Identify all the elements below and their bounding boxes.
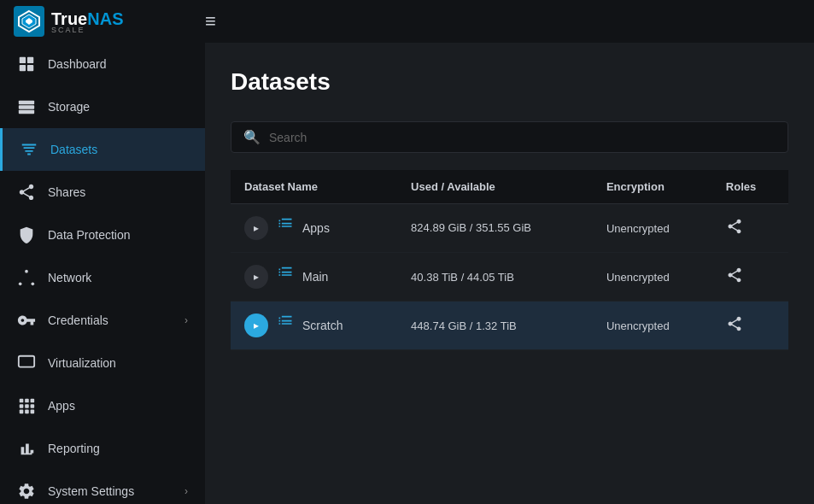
search-bar: 🔍 <box>231 121 788 153</box>
sidebar-item-dashboard[interactable]: Dashboard <box>0 43 205 85</box>
sidebar-item-storage[interactable]: Storage <box>0 85 205 128</box>
dataset-name-text-apps: Apps <box>302 221 330 235</box>
system-settings-icon <box>17 482 36 501</box>
topbar: TrueNAS SCALE ≡ <box>0 0 814 43</box>
virtualization-icon <box>17 354 36 372</box>
svg-rect-14 <box>19 356 34 367</box>
svg-rect-22 <box>25 410 29 414</box>
svg-point-12 <box>19 283 22 286</box>
expand-button-main[interactable]: ▸ <box>244 265 268 289</box>
dataset-encryption-main: Unencrypted <box>593 253 712 302</box>
dataset-name-cell-scratch: ▸ Scratch <box>231 302 397 350</box>
sidebar-item-network[interactable]: Network <box>0 256 205 299</box>
storage-icon <box>17 97 36 116</box>
dataset-encryption-scratch: Unencrypted <box>593 302 712 350</box>
data-protection-icon <box>17 226 36 244</box>
page-title: Datasets <box>231 68 788 96</box>
logo: TrueNAS SCALE <box>14 6 184 37</box>
svg-rect-20 <box>31 404 35 408</box>
system-settings-chevron-icon: › <box>184 485 188 497</box>
datasets-icon <box>20 140 38 159</box>
sidebar-item-label-shares: Shares <box>48 185 188 199</box>
sidebar-item-shares[interactable]: Shares <box>0 171 205 214</box>
dataset-name-cell-main: ▸ Main <box>231 253 397 302</box>
table-header-row: Dataset Name Used / Available Encryption… <box>231 170 788 204</box>
svg-rect-16 <box>25 399 29 403</box>
svg-rect-5 <box>27 57 33 63</box>
sidebar-item-data-protection[interactable]: Data Protection <box>0 214 205 256</box>
col-header-used: Used / Available <box>397 170 593 204</box>
truenas-logo-icon <box>14 6 44 37</box>
sidebar-item-label-data-protection: Data Protection <box>48 228 188 242</box>
dataset-roles-scratch <box>712 302 788 350</box>
dataset-encryption-apps: Unencrypted <box>593 204 712 253</box>
sidebar-item-apps[interactable]: Apps <box>0 384 205 427</box>
sidebar-item-label-dashboard: Dashboard <box>48 57 188 71</box>
table-row[interactable]: ▸ Scratch 448.74 GiB / 1.32 TiB Unencryp… <box>231 302 788 350</box>
svg-rect-18 <box>20 404 24 408</box>
dataset-tree-icon-scratch <box>277 315 294 336</box>
search-icon: 🔍 <box>243 129 261 145</box>
reporting-icon <box>17 439 36 458</box>
main-content: Datasets 🔍 Dataset Name Used / Available… <box>205 43 814 504</box>
sidebar-item-credentials[interactable]: Credentials › <box>0 299 205 342</box>
dataset-used-scratch: 448.74 GiB / 1.32 TiB <box>397 302 593 350</box>
expand-button-scratch[interactable]: ▸ <box>244 314 268 337</box>
expand-button-apps[interactable]: ▸ <box>244 216 268 240</box>
credentials-chevron-icon: › <box>184 314 188 326</box>
svg-rect-10 <box>19 110 34 114</box>
share-icon-main <box>726 270 743 287</box>
table-row[interactable]: ▸ Main 40.38 TiB / 44.05 TiB Unencrypted <box>231 253 788 302</box>
svg-rect-7 <box>27 65 33 71</box>
dashboard-icon <box>17 55 36 73</box>
share-icon-apps <box>726 221 743 238</box>
dataset-name-text-scratch: Scratch <box>302 319 343 332</box>
sidebar: Dashboard Storage Datasets Shares Data P <box>0 43 205 504</box>
datasets-table: Dataset Name Used / Available Encryption… <box>231 170 788 350</box>
logo-highlight: NAS <box>87 9 123 28</box>
svg-rect-23 <box>31 410 35 414</box>
dataset-name-cell: ▸ Apps <box>231 204 397 253</box>
table-row[interactable]: ▸ Apps 824.89 GiB / 351.55 GiB Unencrypt… <box>231 204 788 253</box>
dataset-roles-apps <box>712 204 788 253</box>
search-input[interactable] <box>269 131 776 144</box>
dataset-roles-main <box>712 253 788 302</box>
hamburger-menu[interactable]: ≡ <box>198 7 223 36</box>
dataset-name-text-main: Main <box>302 270 328 284</box>
svg-rect-6 <box>20 65 26 71</box>
svg-rect-19 <box>25 404 29 408</box>
dataset-used-apps: 824.89 GiB / 351.55 GiB <box>397 204 593 253</box>
sidebar-item-system-settings[interactable]: System Settings › <box>0 470 205 504</box>
sidebar-item-datasets[interactable]: Datasets <box>0 128 205 171</box>
sidebar-item-label-credentials: Credentials <box>48 314 173 327</box>
sidebar-item-label-storage: Storage <box>48 100 188 114</box>
svg-rect-15 <box>20 399 24 403</box>
logo-text-area: TrueNAS SCALE <box>51 9 123 34</box>
sidebar-item-label-virtualization: Virtualization <box>48 356 188 370</box>
sidebar-item-label-network: Network <box>48 271 188 284</box>
share-icon-scratch <box>726 319 743 336</box>
credentials-icon <box>17 311 36 330</box>
sidebar-item-label-system-settings: System Settings <box>48 484 173 498</box>
svg-rect-21 <box>20 410 24 414</box>
col-header-encryption: Encryption <box>593 170 712 204</box>
apps-icon <box>17 396 36 415</box>
sidebar-item-label-reporting: Reporting <box>48 442 188 455</box>
col-header-name: Dataset Name <box>231 170 397 204</box>
svg-point-11 <box>25 270 28 273</box>
dataset-tree-icon-apps <box>277 218 294 238</box>
col-header-roles: Roles <box>712 170 788 204</box>
svg-rect-8 <box>19 101 34 105</box>
sidebar-item-virtualization[interactable]: Virtualization <box>0 342 205 384</box>
sidebar-item-label-datasets: Datasets <box>50 143 188 156</box>
network-icon <box>17 268 36 287</box>
svg-point-13 <box>32 283 35 286</box>
dataset-used-main: 40.38 TiB / 44.05 TiB <box>397 253 593 302</box>
dataset-tree-icon-main <box>277 267 294 287</box>
shares-icon <box>17 183 36 202</box>
main-layout: Dashboard Storage Datasets Shares Data P <box>0 43 814 504</box>
svg-rect-4 <box>20 57 26 63</box>
sidebar-item-reporting[interactable]: Reporting <box>0 427 205 470</box>
svg-rect-17 <box>31 399 35 403</box>
svg-rect-9 <box>19 105 34 109</box>
